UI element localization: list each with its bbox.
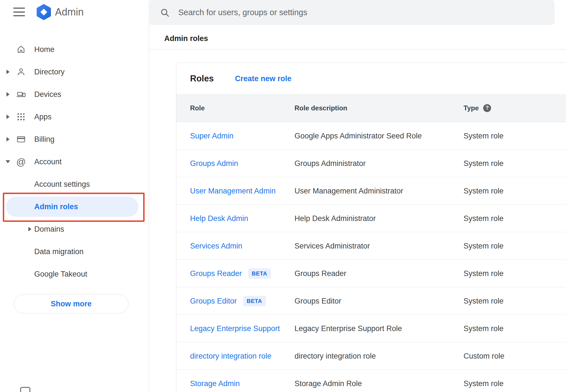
sidebar-item-apps[interactable]: Apps [0,106,149,128]
role-name[interactable]: directory integration role [190,352,271,360]
table-row: directory integration role directory int… [176,342,566,370]
person-icon [16,67,26,77]
role-type: System role [464,297,504,305]
sidebar: Admin Home Directory De [0,0,149,392]
role-link[interactable]: Services Admin [190,241,242,250]
role-description: Help Desk Administrator [295,214,376,223]
role-description: Services Administrator [295,241,370,250]
role-name[interactable]: User Management Admin [190,186,276,195]
role-name[interactable]: Services Admin [190,241,242,250]
sidebar-item-domains[interactable]: Domains [0,218,149,240]
sidebar-item-admin-roles[interactable]: Admin roles [0,195,149,218]
table-row: User Management Admin User Management Ad… [176,177,566,204]
role-link[interactable]: Groups ReaderBETA [190,268,271,279]
table-row: Super Admin Google Apps Administrator Se… [176,122,566,149]
menu-icon[interactable] [13,8,25,16]
sidebar-item-directory[interactable]: Directory [0,61,149,83]
table-row: Help Desk Admin Help Desk Administrator … [176,204,566,232]
devices-icon [16,89,26,100]
help-icon[interactable]: ? [483,104,491,112]
beta-badge: BETA [243,296,266,306]
role-description: Storage Admin Role [295,379,362,388]
column-header-role: Role [190,104,205,112]
role-link[interactable]: User Management Admin [190,186,276,195]
role-name[interactable]: Groups Reader [190,269,242,278]
chevron-right-icon[interactable] [28,227,32,231]
role-description: Legacy Enterprise Support Role [295,324,402,333]
chevron-right-icon[interactable] [6,137,10,142]
table-row: Legacy Enterprise Support Legacy Enterpr… [176,314,566,342]
at-sign-icon: @ [16,156,26,167]
app-title: Admin [55,6,84,18]
chevron-right-icon[interactable] [6,92,10,97]
sidebar-item-google-takeout[interactable]: Google Takeout [0,263,149,285]
role-type: System role [464,241,504,250]
sidebar-item-billing[interactable]: Billing [0,128,149,151]
role-description: Groups Editor [295,297,341,305]
sidebar-item-data-migration[interactable]: Data migration [0,240,149,263]
show-more-button[interactable]: Show more [14,294,129,313]
role-name[interactable]: Groups Editor [190,297,237,305]
sidebar-nav: Home Directory Devices [0,38,149,285]
table-row: Groups Admin Groups Administrator System… [176,149,566,177]
role-name[interactable]: Storage Admin [190,379,240,388]
search-bar [149,0,554,25]
roles-title: Roles [190,74,214,84]
sidebar-item-home[interactable]: Home [0,38,149,61]
role-type: System role [464,269,504,278]
role-name[interactable]: Help Desk Admin [190,214,248,223]
sidebar-item-label: Admin roles [34,202,78,211]
beta-badge: BETA [248,268,271,279]
sidebar-item-devices[interactable]: Devices [0,83,149,106]
partial-bottom-icon [20,387,30,392]
admin-logo-icon [36,4,52,20]
sidebar-item-label: Account [34,158,62,166]
role-name[interactable]: Super Admin [190,131,234,140]
role-type: Custom role [464,352,505,360]
table-row: Storage Admin Storage Admin Role System … [176,370,566,392]
column-header-description: Role description [295,104,347,112]
table-row: Groups EditorBETA Groups Editor System r… [176,287,566,314]
role-link[interactable]: Groups EditorBETA [190,296,266,306]
role-name[interactable]: Legacy Enterprise Support [190,324,280,333]
sidebar-item-account[interactable]: @ Account [0,151,149,173]
role-type: System role [464,324,504,333]
sidebar-header: Admin [0,0,149,26]
sidebar-item-label: Account settings [34,180,90,189]
credit-card-icon [16,134,26,145]
role-type: System role [464,186,504,195]
home-icon [16,44,26,55]
sidebar-item-account-settings[interactable]: Account settings [0,173,149,195]
sidebar-item-label: Domains [34,225,64,234]
admin-console-screen: Admin Home Directory De [0,0,566,392]
role-link[interactable]: Super Admin [190,131,234,140]
role-link[interactable]: Help Desk Admin [190,214,248,223]
apps-grid-icon [16,111,26,122]
table-row: Groups ReaderBETA Groups Reader System r… [176,259,566,287]
chevron-down-icon[interactable] [6,160,10,163]
sidebar-item-label: Directory [34,68,65,76]
table-header-row: Role Role description Type ? [176,94,566,122]
role-type: System role [464,214,504,223]
sidebar-item-label: Google Takeout [34,270,87,279]
sidebar-item-label: Billing [34,135,54,144]
role-description: Groups Administrator [295,159,366,168]
chevron-right-icon[interactable] [6,115,10,119]
role-link[interactable]: directory integration role [190,352,271,360]
role-name[interactable]: Groups Admin [190,159,238,168]
column-header-type-label: Type [464,104,479,112]
role-type: System role [464,379,504,388]
role-link[interactable]: Legacy Enterprise Support [190,324,280,333]
role-description: User Management Administrator [295,186,403,195]
role-link[interactable]: Groups Admin [190,159,238,168]
sidebar-item-label: Apps [34,113,52,121]
breadcrumb: Admin roles [164,34,208,43]
create-new-role-link[interactable]: Create new role [235,74,291,83]
column-header-type: Type ? [464,104,491,112]
chevron-right-icon[interactable] [6,70,10,74]
role-link[interactable]: Storage Admin [190,379,240,388]
role-description: Google Apps Administrator Seed Role [295,131,422,140]
roles-card: Roles Create new role Role Role descript… [176,63,566,392]
search-input[interactable] [178,4,554,21]
role-type: System role [464,131,504,140]
